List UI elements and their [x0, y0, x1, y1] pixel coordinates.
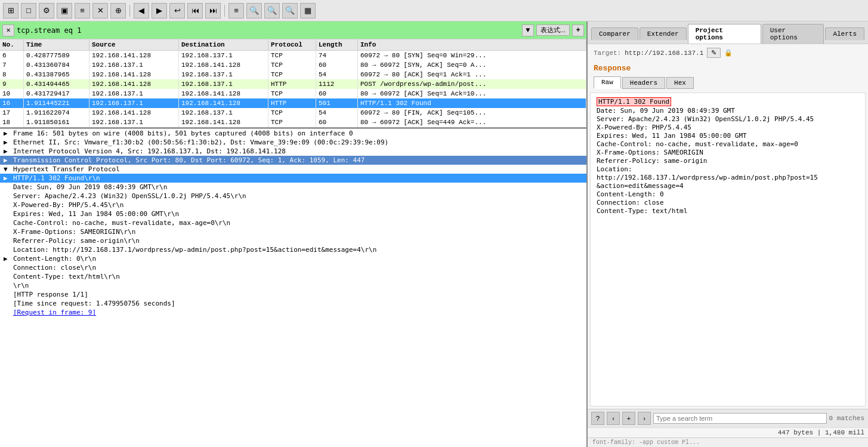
detail-panel: ▶Frame 16: 501 bytes on wire (4008 bits)…	[0, 129, 586, 447]
detail-line[interactable]: ▶HTTP/1.1 302 Found\r\n	[0, 174, 586, 183]
left-panel: ✕ tcp.stream eq 1 ▼ 表达式... + No. Time So…	[0, 21, 588, 447]
table-row[interactable]: 80.431387965192.168.141.128192.168.137.1…	[0, 70, 586, 79]
cell-info: 80 → 60972 [SYN, ACK] Seq=0 A...	[358, 60, 586, 70]
burp-tab-alerts[interactable]: Alerts	[825, 27, 864, 40]
cell-info: POST /wordpress/wp-admin/post...	[358, 79, 586, 89]
search-input[interactable]	[653, 413, 827, 424]
search-next-btn[interactable]: +	[622, 412, 635, 425]
detail-text: X-Powered-By: PHP/5.4.45\r\n	[13, 201, 583, 209]
toolbar-btn-3[interactable]: ⚙	[39, 3, 54, 19]
detail-arrow-icon: ▶	[4, 174, 11, 182]
cell-len: 1112	[316, 79, 358, 89]
toolbar-btn-zoom-norm[interactable]: 🔍	[264, 3, 280, 19]
target-lock-icon: 🔒	[724, 49, 733, 57]
packet-rows-container: 60.428777589192.168.141.128192.168.137.1…	[0, 51, 586, 127]
resp-tab-raw[interactable]: Raw	[594, 76, 621, 89]
cell-src: 192.168.137.1	[89, 89, 179, 98]
detail-line[interactable]: Date: Sun, 09 Jun 2019 08:49:39 GMT\r\n	[0, 183, 586, 192]
toolbar-btn-first[interactable]: ⏮	[187, 3, 203, 19]
detail-line[interactable]: Cache-Control: no-cache, must-revalidate…	[0, 218, 586, 227]
table-row[interactable]: 171.911622074192.168.141.128192.168.137.…	[0, 108, 586, 118]
burp-tab-user-options[interactable]: User options	[762, 24, 824, 44]
resp-tab-hex[interactable]: Hex	[666, 77, 694, 89]
resp-line: Date: Sun, 09 Jun 2019 08:49:39 GMT	[597, 107, 859, 115]
col-protocol: Protocol	[268, 39, 316, 50]
detail-line[interactable]: ▶Transmission Control Protocol, Src Port…	[0, 156, 586, 165]
filter-plus-btn[interactable]: +	[572, 24, 584, 36]
toolbar-btn-list[interactable]: ≡	[228, 3, 244, 19]
detail-text: Ethernet II, Src: Vmware_f1:30:b2 (00:50…	[13, 138, 583, 146]
table-row[interactable]: 60.428777589192.168.141.128192.168.137.1…	[0, 51, 586, 60]
search-regex-btn[interactable]: ›	[638, 412, 651, 425]
detail-text: Referrer-Policy: same-origin\r\n	[13, 237, 583, 245]
detail-line[interactable]: [Time since request: 1.479950756 seconds…	[0, 299, 586, 308]
cell-dst: 192.168.137.1	[179, 108, 268, 118]
detail-line[interactable]: Content-Type: text/html\r\n	[0, 272, 586, 281]
filter-input[interactable]: tcp.stream eq 1	[17, 26, 520, 35]
detail-text: HTTP/1.1 302 Found\r\n	[13, 174, 583, 182]
detail-line[interactable]: ▼Hypertext Transfer Protocol	[0, 165, 586, 174]
detail-line[interactable]: [HTTP response 1/1]	[0, 290, 586, 299]
cell-no: 16	[0, 98, 24, 108]
col-time: Time	[24, 39, 89, 50]
burp-tab-project-options[interactable]: Project options	[688, 24, 761, 44]
cell-no: 18	[0, 118, 24, 127]
table-row[interactable]: 161.911445221192.168.137.1192.168.141.12…	[0, 98, 586, 108]
cell-info: 80 → 60972 [ACK] Seq=1 Ack=10...	[358, 89, 586, 98]
toolbar-btn-4[interactable]: ▣	[57, 3, 72, 19]
filter-clear-btn[interactable]: ✕	[2, 24, 14, 36]
toolbar-btn-zoom-out[interactable]: 🔍	[246, 3, 262, 19]
detail-line[interactable]: ▶Frame 16: 501 bytes on wire (4008 bits)…	[0, 129, 586, 138]
detail-line[interactable]: Server: Apache/2.4.23 (Win32) OpenSSL/1.…	[0, 192, 586, 201]
toolbar-btn-zoom-in[interactable]: 🔍	[282, 3, 298, 19]
detail-text: Location: http://192.168.137.1/wordpress…	[13, 246, 583, 254]
table-row[interactable]: 70.431360784192.168.137.1192.168.141.128…	[0, 60, 586, 70]
table-row[interactable]: 90.431494465192.168.141.128192.168.137.1…	[0, 79, 586, 89]
detail-arrow-icon: ▶	[4, 138, 11, 146]
toolbar-btn-2[interactable]: □	[21, 3, 36, 19]
toolbar-btn-fwd[interactable]: ▶	[152, 3, 167, 19]
detail-line[interactable]: ▶Content-Length: 0\r\n	[0, 254, 586, 263]
toolbar-btn-7[interactable]: ⊕	[110, 3, 126, 19]
cell-src: 192.168.141.128	[89, 51, 179, 60]
resp-tab-headers[interactable]: Headers	[622, 77, 665, 89]
toolbar-btn-6[interactable]: ✕	[92, 3, 108, 19]
filter-expression-btn[interactable]: 表达式...	[536, 24, 570, 36]
table-row[interactable]: 181.911850161192.168.137.1192.168.141.12…	[0, 118, 586, 127]
target-edit-btn[interactable]: ✎	[707, 48, 721, 58]
detail-line[interactable]: Connection: close\r\n	[0, 263, 586, 272]
detail-line[interactable]: Referrer-Policy: same-origin\r\n	[0, 236, 586, 245]
detail-line[interactable]: ▶Ethernet II, Src: Vmware_f1:30:b2 (00:5…	[0, 138, 586, 147]
toolbar-btn-1[interactable]: ⊞	[3, 3, 18, 19]
detail-line[interactable]: \r\n	[0, 281, 586, 290]
detail-line[interactable]: X-Powered-By: PHP/5.4.45\r\n	[0, 201, 586, 209]
toolbar-btn-reload[interactable]: ↩	[169, 3, 185, 19]
search-help-btn[interactable]: ?	[591, 412, 604, 425]
detail-line[interactable]: Location: http://192.168.137.1/wordpress…	[0, 245, 586, 254]
resp-line: Content-Type: text/html	[597, 207, 859, 215]
search-bar: ? ‹ + › 0 matches	[588, 409, 868, 427]
packet-table: No. Time Source Destination Protocol Len…	[0, 39, 586, 129]
table-row[interactable]: 100.431729417192.168.137.1192.168.141.12…	[0, 89, 586, 98]
toolbar-btn-back[interactable]: ◀	[134, 3, 149, 19]
detail-line[interactable]: [Request in frame: 9]	[0, 308, 586, 317]
cell-dst: 192.168.137.1	[179, 51, 268, 60]
detail-line[interactable]: ▶Internet Protocol Version 4, Src: 192.1…	[0, 147, 586, 156]
filter-dropdown-btn[interactable]: ▼	[522, 24, 534, 36]
table-header: No. Time Source Destination Protocol Len…	[0, 39, 586, 51]
resp-line: Referrer-Policy: same-origin	[597, 157, 859, 165]
burp-tab-extender[interactable]: Extender	[640, 27, 687, 40]
detail-line[interactable]: Expires: Wed, 11 Jan 1984 05:00:00 GMT\r…	[0, 209, 586, 218]
toolbar-btn-last[interactable]: ⏭	[205, 3, 221, 19]
cell-time: 0.431494465	[24, 79, 89, 89]
detail-text: [Time since request: 1.479950756 seconds…	[13, 300, 583, 307]
detail-line[interactable]: X-Frame-Options: SAMEORIGIN\r\n	[0, 227, 586, 236]
detail-link[interactable]: [Request in frame: 9]	[13, 309, 96, 316]
burp-tab-comparer[interactable]: Comparer	[591, 27, 638, 40]
cell-time: 0.431387965	[24, 70, 89, 79]
col-source: Source	[89, 39, 179, 50]
toolbar-btn-grid[interactable]: ▦	[300, 3, 316, 19]
toolbar-btn-5[interactable]: ≡	[75, 3, 90, 19]
response-label: Response	[588, 61, 868, 75]
search-prev-btn[interactable]: ‹	[607, 412, 620, 425]
